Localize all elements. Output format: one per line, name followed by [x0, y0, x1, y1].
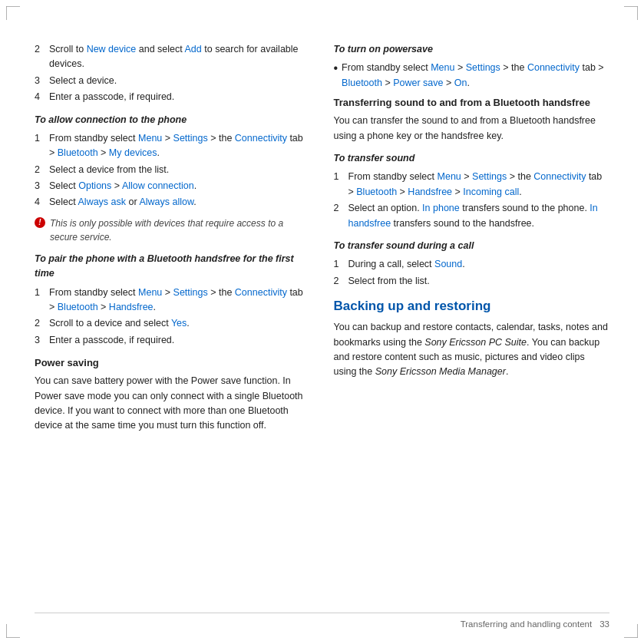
step-number: 2: [35, 316, 45, 331]
link-incoming-call: Incoming call: [463, 187, 519, 197]
page: 2 Scroll to New device and select Add to…: [0, 0, 644, 644]
note-block: ! This is only possible with devices tha…: [35, 216, 311, 244]
link-sound: Sound: [434, 259, 462, 269]
link-add: Add: [185, 44, 202, 54]
link-menu: Menu: [438, 171, 461, 182]
footer: Transferring and handling content 33: [35, 613, 609, 629]
section-heading-allow-connection: To allow connection to the phone: [35, 113, 311, 127]
transfer-call-steps: 1 During a call, select Sound. 2 Select …: [334, 257, 610, 289]
step-number: 3: [35, 333, 45, 348]
corner-mark-bl: [6, 624, 20, 638]
step-item: 2 Select from the list.: [334, 274, 610, 289]
step-content: From standby select Menu > Settings > th…: [348, 170, 610, 200]
step-number: 2: [35, 163, 45, 177]
step-item: 3 Select Options > Allow connection.: [35, 179, 311, 193]
step-content: Select Always ask or Always allow.: [49, 195, 311, 210]
step-content: During a call, select Sound.: [348, 257, 610, 272]
section-heading-transfer-during-call: To transfer sound during a call: [334, 239, 610, 253]
step-number: 1: [35, 131, 45, 161]
powersave-bullet: • From standby select Menu > Settings > …: [334, 61, 610, 91]
step-number: 3: [35, 74, 45, 88]
step-content: Scroll to a device and select Yes.: [49, 316, 311, 331]
section-heading-pair-handsfree: To pair the phone with a Bluetooth hands…: [35, 252, 311, 282]
step-content: From standby select Menu > Settings > th…: [49, 131, 311, 161]
link-menu: Menu: [138, 133, 162, 144]
backing-up-body: You can backup and restore contacts, cal…: [334, 320, 610, 380]
link-on: On: [454, 78, 467, 88]
right-column: To turn on powersave • From standby sele…: [334, 42, 610, 602]
link-yes: Yes: [171, 318, 187, 329]
step-number: 4: [35, 195, 45, 210]
link-settings: Settings: [466, 62, 500, 73]
step-item: 2 Select a device from the list.: [35, 163, 311, 177]
step-number: 2: [334, 274, 345, 289]
step-item: 2 Select an option. In phone transfers s…: [334, 201, 610, 231]
note-text: This is only possible with devices that …: [50, 216, 311, 244]
step-content: Select a device from the list.: [49, 163, 311, 177]
left-column: 2 Scroll to New device and select Add to…: [35, 42, 311, 602]
content-area: 2 Scroll to New device and select Add to…: [35, 42, 609, 602]
step-item: 2 Scroll to New device and select Add to…: [35, 42, 311, 72]
step-content: Select a device.: [49, 74, 311, 88]
step-number: 4: [35, 90, 45, 104]
step-number: 2: [334, 201, 345, 231]
step-content: Select an option. In phone transfers sou…: [348, 201, 610, 231]
link-bluetooth: Bluetooth: [356, 187, 397, 197]
sony-media-manager: Sony Ericsson Media Manager: [375, 366, 506, 377]
link-settings: Settings: [173, 287, 208, 298]
step-item: 1 From standby select Menu > Settings > …: [334, 170, 610, 200]
step-content: Scroll to New device and select Add to s…: [49, 42, 311, 72]
transfer-sound-body: You can transfer the sound to and from a…: [334, 114, 610, 144]
link-menu: Menu: [138, 287, 162, 298]
step-content: Enter a passcode, if required.: [49, 333, 311, 348]
corner-mark-br: [624, 624, 638, 638]
step-item: 3 Enter a passcode, if required.: [35, 333, 311, 348]
link-handsfree: Handsfree: [109, 302, 154, 312]
section-heading-to-transfer-sound: To transfer sound: [334, 151, 610, 166]
link-settings: Settings: [472, 171, 507, 182]
link-new-device: New device: [87, 44, 137, 54]
step-item: 2 Scroll to a device and select Yes.: [35, 316, 311, 331]
intro-steps: 2 Scroll to New device and select Add to…: [35, 42, 311, 105]
sony-pc-suite: Sony Ericsson PC Suite: [424, 337, 527, 348]
step-content: Select from the list.: [348, 274, 610, 289]
link-power-save: Power save: [393, 78, 443, 88]
link-connectivity: Connectivity: [235, 133, 287, 144]
step-item: 1 During a call, select Sound.: [334, 257, 610, 272]
step-item: 3 Select a device.: [35, 74, 311, 88]
link-bluetooth: Bluetooth: [58, 302, 98, 312]
note-icon-symbol: !: [38, 219, 41, 226]
link-connectivity: Connectivity: [533, 171, 586, 182]
pair-handsfree-steps: 1 From standby select Menu > Settings > …: [35, 286, 311, 348]
link-always-ask: Always ask: [78, 197, 127, 207]
link-connectivity: Connectivity: [527, 62, 580, 73]
link-in-phone: In phone: [422, 203, 460, 213]
step-number: 1: [35, 286, 45, 315]
corner-mark-tr: [624, 6, 638, 20]
allow-connection-steps: 1 From standby select Menu > Settings > …: [35, 131, 311, 210]
note-icon: !: [35, 217, 45, 228]
step-content: From standby select Menu > Settings > th…: [49, 286, 311, 315]
step-item: 4 Enter a passcode, if required.: [35, 90, 311, 104]
link-bluetooth: Bluetooth: [58, 147, 98, 158]
step-number: 1: [334, 170, 345, 200]
power-saving-body: You can save battery power with the Powe…: [35, 374, 311, 434]
link-connectivity: Connectivity: [235, 287, 287, 298]
transfer-sound-steps: 1 From standby select Menu > Settings > …: [334, 170, 610, 231]
link-my-devices: My devices: [109, 147, 157, 158]
corner-mark-tl: [6, 6, 20, 20]
footer-category: Transferring and handling content: [461, 619, 593, 629]
link-bluetooth: Bluetooth: [342, 78, 382, 88]
step-number: 1: [334, 257, 345, 272]
link-in-handsfree: In handsfree: [348, 203, 598, 228]
link-settings: Settings: [173, 133, 208, 144]
step-number: 2: [35, 42, 45, 72]
powersave-content: From standby select Menu > Settings > th…: [342, 61, 609, 91]
section-heading-transfer-sound: Transferring sound to and from a Bluetoo…: [334, 95, 610, 111]
section-heading-powersave: To turn on powersave: [334, 42, 610, 57]
step-item: 1 From standby select Menu > Settings > …: [35, 131, 311, 161]
backing-up-heading: Backing up and restoring: [334, 296, 610, 316]
step-item: 4 Select Always ask or Always allow.: [35, 195, 311, 210]
step-content: Select Options > Allow connection.: [49, 179, 311, 193]
step-item: 1 From standby select Menu > Settings > …: [35, 286, 311, 315]
